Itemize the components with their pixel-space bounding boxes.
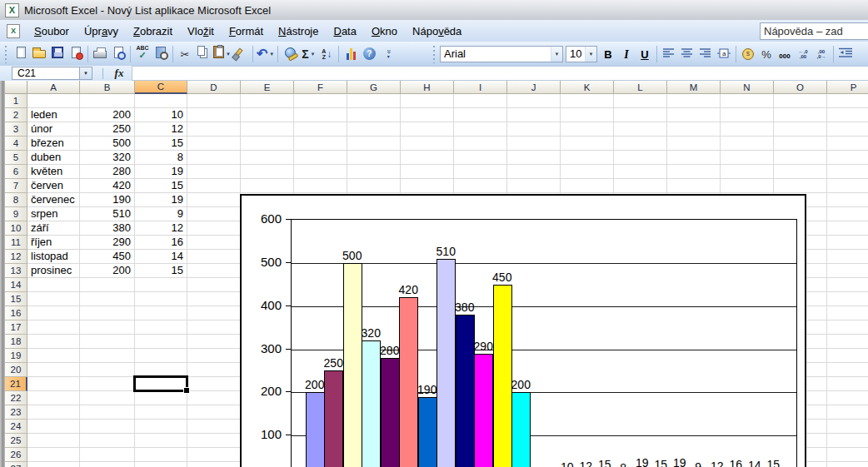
bar-cervenec-group1[interactable] — [418, 397, 437, 467]
cell-D15[interactable] — [187, 292, 241, 306]
cell-J1[interactable] — [507, 94, 561, 108]
cell-A27[interactable] — [27, 462, 80, 467]
cell-C2[interactable]: 10 — [135, 108, 187, 122]
align-right-button[interactable] — [696, 45, 715, 63]
cell-B12[interactable]: 450 — [80, 250, 135, 264]
column-header-K[interactable]: K — [561, 81, 614, 94]
chart-plot-area[interactable]: 2001025012500153208280194201519019510938… — [291, 219, 797, 467]
bar-srpen-group1[interactable] — [436, 259, 456, 467]
cell-H2[interactable] — [401, 108, 454, 122]
permission-button[interactable] — [67, 45, 85, 63]
column-header-F[interactable]: F — [294, 81, 347, 94]
cell-A18[interactable] — [27, 335, 80, 349]
chart-wizard-button[interactable] — [342, 45, 360, 63]
cell-N6[interactable] — [721, 165, 774, 179]
cell-D6[interactable] — [187, 165, 241, 179]
open-button[interactable] — [30, 45, 48, 63]
print-button[interactable] — [91, 45, 109, 63]
undo-dropdown-arrow[interactable]: ▼ — [269, 52, 274, 57]
cell-L3[interactable] — [614, 122, 667, 137]
copy-button[interactable] — [194, 45, 212, 63]
cell-C6[interactable]: 19 — [135, 165, 187, 179]
cell-H1[interactable] — [401, 94, 454, 108]
cell-J7[interactable] — [507, 179, 561, 193]
cell-F1[interactable] — [294, 94, 347, 108]
menu-item-soubor[interactable]: Soubor — [27, 22, 77, 41]
cell-A1[interactable] — [27, 94, 80, 108]
cell-F4[interactable] — [294, 137, 347, 151]
cell-F2[interactable] — [294, 108, 347, 122]
column-header-M[interactable]: M — [667, 81, 721, 94]
cell-C25[interactable] — [135, 434, 187, 448]
undo-button[interactable]: ↶▼ — [256, 45, 275, 63]
bar-prosinec-group1[interactable] — [511, 392, 531, 467]
cell-J2[interactable] — [507, 108, 561, 122]
cell-N1[interactable] — [721, 94, 774, 108]
cell-E5[interactable] — [241, 151, 294, 165]
cell-N7[interactable] — [721, 179, 774, 193]
row-header-19[interactable]: 19 — [5, 349, 27, 363]
cell-M5[interactable] — [667, 151, 721, 165]
row-header-25[interactable]: 25 — [5, 434, 27, 448]
help-question-box[interactable]: Nápověda – zad — [760, 22, 868, 40]
cell-B18[interactable] — [80, 335, 135, 349]
cell-K2[interactable] — [561, 108, 614, 122]
cell-O5[interactable] — [774, 151, 827, 165]
row-header-6[interactable]: 6 — [5, 165, 27, 179]
cell-A11[interactable]: říjen — [27, 236, 80, 250]
column-header-D[interactable]: D — [187, 81, 241, 94]
cell-C12[interactable]: 14 — [135, 250, 187, 264]
italic-button[interactable]: I — [617, 45, 636, 63]
cell-A21[interactable] — [27, 377, 80, 391]
cell-B19[interactable] — [80, 349, 135, 363]
cell-B22[interactable] — [80, 391, 135, 405]
column-header-C[interactable]: C — [135, 81, 187, 94]
cell-L5[interactable] — [614, 151, 667, 165]
cell-C13[interactable]: 15 — [135, 264, 187, 278]
bar-rijen-group1[interactable] — [474, 354, 493, 467]
cell-L7[interactable] — [614, 179, 667, 193]
menu-item-okno[interactable]: Okno — [364, 22, 405, 41]
cell-P24[interactable] — [827, 420, 868, 434]
column-header-G[interactable]: G — [347, 81, 401, 94]
chart[interactable]: 2001025012500153208280194201519019510938… — [240, 194, 806, 467]
cell-M7[interactable] — [667, 179, 721, 193]
cell-G6[interactable] — [347, 165, 401, 179]
cell-E1[interactable] — [241, 94, 294, 108]
print-preview-button[interactable] — [109, 45, 127, 63]
column-header-J[interactable]: J — [507, 81, 561, 94]
cell-E6[interactable] — [241, 165, 294, 179]
cell-A9[interactable]: srpen — [27, 207, 80, 221]
menu-item-zobrazit[interactable]: Zobrazit — [126, 22, 180, 41]
autosum-dropdown-arrow[interactable]: ▼ — [311, 52, 316, 57]
row-header-13[interactable]: 13 — [5, 264, 27, 278]
cell-P26[interactable] — [827, 448, 868, 462]
cell-I5[interactable] — [454, 151, 507, 165]
column-header-B[interactable]: B — [80, 81, 135, 94]
row-header-17[interactable]: 17 — [5, 320, 27, 335]
name-box-dropdown[interactable]: ▼ — [80, 67, 92, 80]
cell-B1[interactable] — [80, 94, 135, 108]
bar-leden-group1[interactable] — [306, 392, 325, 467]
cell-D3[interactable] — [187, 122, 241, 137]
cell-P1[interactable] — [827, 94, 868, 108]
cell-A17[interactable] — [27, 320, 80, 335]
row-header-15[interactable]: 15 — [5, 292, 27, 306]
cell-P12[interactable] — [827, 250, 868, 264]
cut-button[interactable]: ✂ — [176, 45, 194, 63]
cell-A24[interactable] — [27, 420, 80, 434]
cell-D19[interactable] — [187, 349, 241, 363]
row-header-4[interactable]: 4 — [5, 137, 27, 151]
cell-G4[interactable] — [347, 137, 401, 151]
row-header-26[interactable]: 26 — [5, 448, 27, 462]
cell-H3[interactable] — [401, 122, 454, 137]
cell-I2[interactable] — [454, 108, 507, 122]
cell-A3[interactable]: únor — [27, 122, 80, 137]
cell-A19[interactable] — [27, 349, 80, 363]
row-header-21[interactable]: 21 — [5, 377, 27, 391]
column-header-E[interactable]: E — [241, 81, 294, 94]
cell-D16[interactable] — [187, 306, 241, 320]
cell-G1[interactable] — [347, 94, 401, 108]
cell-A23[interactable] — [27, 405, 80, 420]
cell-D10[interactable] — [187, 221, 241, 236]
